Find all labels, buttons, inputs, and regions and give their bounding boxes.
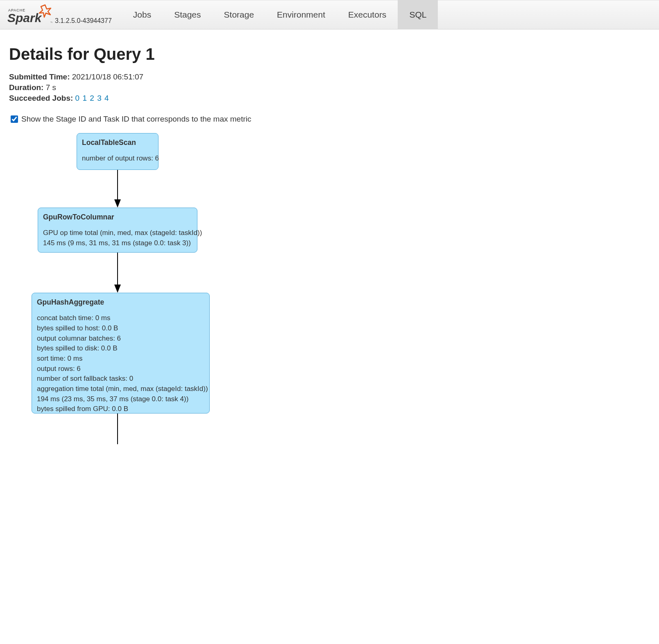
spark-logo-icon: APACHE Spark ™: [7, 4, 52, 25]
succeeded-jobs-row: Succeeded Jobs: 0 1 2 3 4: [9, 94, 650, 103]
node-metric: 194 ms (23 ms, 35 ms, 37 ms (stage 0.0: …: [37, 394, 204, 404]
show-stage-task-row: Show the Stage ID and Task ID that corre…: [9, 114, 650, 124]
node-title: GpuRowToColumnar: [43, 212, 192, 222]
top-navbar: APACHE Spark ™ 3.1.2.5.0-43944377 Jobs S…: [0, 0, 659, 29]
nav-jobs[interactable]: Jobs: [122, 0, 163, 29]
job-link-1[interactable]: 1: [82, 94, 87, 102]
node-metric: 145 ms (9 ms, 31 ms, 31 ms (stage 0.0: t…: [43, 238, 192, 249]
node-metric: concat batch time: 0 ms: [37, 313, 204, 323]
node-title: LocalTableScan: [82, 138, 153, 148]
node-metric: output columnar batches: 6: [37, 334, 204, 344]
dag-node-gpurowtocolumnar[interactable]: GpuRowToColumnar GPU op time total (min,…: [38, 208, 197, 253]
nav-items: Jobs Stages Storage Environment Executor…: [122, 0, 652, 29]
duration-value: 7 s: [46, 83, 56, 92]
job-link-3[interactable]: 3: [97, 94, 102, 102]
nav-sql[interactable]: SQL: [398, 0, 438, 29]
node-metric: number of sort fallback tasks: 0: [37, 374, 204, 384]
brand: APACHE Spark ™ 3.1.2.5.0-43944377: [7, 4, 112, 25]
dag-node-localtablescan[interactable]: LocalTableScan number of output rows: 6: [77, 133, 159, 170]
show-stage-task-label: Show the Stage ID and Task ID that corre…: [21, 115, 251, 124]
job-link-0[interactable]: 0: [75, 94, 80, 102]
nav-storage[interactable]: Storage: [213, 0, 266, 29]
svg-text:Spark: Spark: [7, 11, 42, 25]
node-metric: bytes spilled to disk: 0.0 B: [37, 343, 204, 354]
nav-environment[interactable]: Environment: [265, 0, 337, 29]
job-link-4[interactable]: 4: [104, 94, 109, 102]
nav-stages[interactable]: Stages: [163, 0, 212, 29]
duration-row: Duration: 7 s: [9, 83, 650, 92]
dag-node-gpuhashaggregate[interactable]: GpuHashAggregate concat batch time: 0 ms…: [32, 293, 210, 414]
query-plan-dag: LocalTableScan number of output rows: 6 …: [9, 133, 650, 444]
job-link-2[interactable]: 2: [90, 94, 94, 102]
page-body: Details for Query 1 Submitted Time: 2021…: [0, 29, 659, 456]
node-metric: bytes spilled from GPU: 0.0 B: [37, 404, 204, 414]
submitted-time-row: Submitted Time: 2021/10/18 06:51:07: [9, 72, 650, 81]
node-metric: GPU op time total (min, med, max (stageI…: [43, 228, 192, 238]
submitted-time-value: 2021/10/18 06:51:07: [72, 72, 143, 81]
node-title: GpuHashAggregate: [37, 297, 204, 307]
page-title: Details for Query 1: [9, 45, 650, 63]
node-metric: sort time: 0 ms: [37, 354, 204, 364]
node-metric: output rows: 6: [37, 364, 204, 374]
node-metric: number of output rows: 6: [82, 154, 153, 164]
nav-executors[interactable]: Executors: [337, 0, 398, 29]
node-metric: aggregation time total (min, med, max (s…: [37, 384, 204, 394]
submitted-time-label: Submitted Time:: [9, 72, 70, 81]
show-stage-task-checkbox[interactable]: [11, 115, 18, 123]
spark-version: 3.1.2.5.0-43944377: [55, 17, 112, 25]
node-metric: bytes spilled to host: 0.0 B: [37, 323, 204, 334]
svg-text:™: ™: [50, 21, 52, 25]
duration-label: Duration:: [9, 83, 43, 92]
succeeded-jobs-label: Succeeded Jobs:: [9, 94, 73, 102]
